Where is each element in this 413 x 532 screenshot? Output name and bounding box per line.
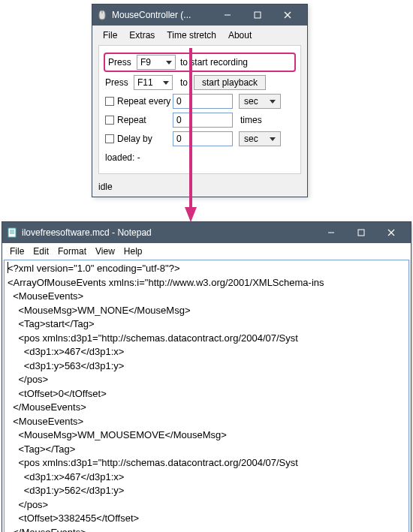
repeat-every-input[interactable] [173, 94, 233, 109]
mc-titlebar[interactable]: MouseController (... [92, 5, 307, 26]
np-title: ilovefreesoftware.mcd - Notepad [22, 227, 316, 238]
chevron-down-icon [270, 137, 276, 141]
repeat-unit: times [240, 115, 262, 125]
notepad-content: <?xml version="1.0" encoding="utf-8"?> <… [8, 263, 324, 532]
chevron-down-icon [270, 100, 276, 104]
record-key-select[interactable]: F9 [137, 55, 176, 70]
repeat-every-unit-select[interactable]: sec [239, 94, 281, 109]
minimize-button[interactable] [316, 223, 346, 242]
playback-key-value: F11 [137, 77, 153, 88]
chevron-down-icon [163, 81, 169, 85]
menu-timestretch[interactable]: Time stretch [161, 29, 222, 42]
delay-input[interactable] [173, 131, 233, 146]
menu-help[interactable]: Help [119, 245, 147, 258]
menu-view[interactable]: View [91, 245, 119, 258]
svg-marker-5 [185, 207, 197, 222]
repeat-every-label: Repeat every [117, 96, 170, 107]
svg-rect-11 [358, 230, 364, 236]
start-playback-button[interactable]: start playback [194, 75, 266, 90]
maximize-button[interactable] [243, 5, 273, 25]
status-label: idle [92, 180, 307, 197]
repeat-every-checkbox[interactable] [105, 97, 114, 106]
svg-rect-6 [8, 228, 16, 237]
press-label-2: Press [104, 77, 134, 88]
np-titlebar[interactable]: ilovefreesoftware.mcd - Notepad [2, 222, 411, 243]
to-label: to [180, 77, 188, 88]
playback-row: Press F11 to start playback [104, 74, 296, 91]
text-caret [8, 262, 8, 273]
notepad-text-area[interactable]: <?xml version="1.0" encoding="utf-8"?> <… [4, 260, 409, 532]
delay-checkbox[interactable] [105, 134, 114, 143]
close-button[interactable] [273, 5, 303, 25]
menu-file[interactable]: File [5, 245, 29, 258]
chevron-down-icon [166, 61, 172, 65]
menu-extras[interactable]: Extras [123, 29, 161, 42]
menu-format[interactable]: Format [53, 245, 91, 258]
repeat-label: Repeat [117, 115, 146, 125]
mousecontroller-window: MouseController (... File Extras Time st… [92, 4, 308, 197]
mc-menubar: File Extras Time stretch About [92, 26, 307, 44]
delay-row: Delay by sec [104, 131, 296, 147]
record-key-value: F9 [140, 57, 151, 68]
mc-panel: Press F9 to start recording Press F11 to… [98, 45, 301, 174]
record-row: Press F9 to start recording [104, 53, 296, 72]
notepad-icon [7, 227, 17, 238]
repeat-row: Repeat times [104, 112, 296, 128]
mouse-icon [97, 10, 107, 20]
menu-file[interactable]: File [97, 29, 123, 42]
notepad-window: ilovefreesoftware.mcd - Notepad File Edi… [2, 221, 411, 532]
delay-unit-select[interactable]: sec [239, 131, 281, 146]
close-button[interactable] [376, 223, 406, 242]
delay-unit: sec [244, 134, 258, 144]
maximize-button[interactable] [346, 223, 376, 242]
menu-about[interactable]: About [222, 29, 258, 42]
press-label: Press [107, 57, 137, 68]
menu-edit[interactable]: Edit [29, 245, 53, 258]
repeat-input[interactable] [173, 113, 233, 128]
repeat-checkbox[interactable] [105, 116, 114, 125]
repeat-every-unit: sec [244, 96, 258, 107]
svg-rect-1 [255, 12, 261, 18]
repeat-every-row: Repeat every sec [104, 93, 296, 110]
minimize-button[interactable] [213, 5, 243, 25]
np-menubar: File Edit Format View Help [2, 243, 411, 260]
playback-key-select[interactable]: F11 [134, 75, 173, 90]
record-hint: to start recording [180, 57, 248, 68]
mc-title: MouseController (... [112, 10, 213, 20]
delay-label: Delay by [117, 134, 152, 144]
loaded-label: loaded: - [104, 149, 296, 169]
